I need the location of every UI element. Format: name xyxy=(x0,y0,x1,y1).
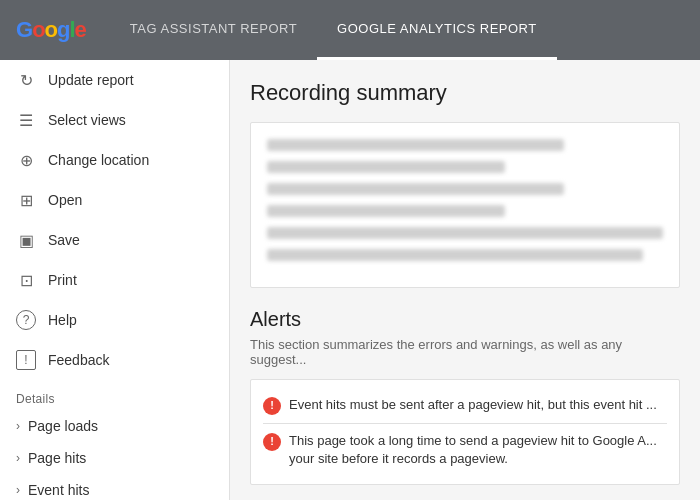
alert-text-1: Event hits must be sent after a pageview… xyxy=(289,396,657,414)
layout: ↻ Update report ☰ Select views ⊕ Change … xyxy=(0,60,700,500)
tab-google-analytics[interactable]: GOOGLE ANALYTICS REPORT xyxy=(317,0,557,60)
update-report-icon: ↻ xyxy=(16,70,36,90)
blurred-line-1 xyxy=(267,139,564,151)
save-icon: ▣ xyxy=(16,230,36,250)
sidebar-item-help[interactable]: ? Help xyxy=(0,300,229,340)
chevron-right-icon: › xyxy=(16,483,20,497)
alerts-description: This section summarizes the errors and w… xyxy=(250,337,680,367)
open-icon: ⊞ xyxy=(16,190,36,210)
sidebar-item-label: Print xyxy=(48,272,77,288)
sidebar-item-open[interactable]: ⊞ Open xyxy=(0,180,229,220)
sidebar-item-label: Change location xyxy=(48,152,149,168)
sidebar-item-print[interactable]: ⊡ Print xyxy=(0,260,229,300)
header-tabs: TAG ASSISTANT REPORT GOOGLE ANALYTICS RE… xyxy=(110,0,557,60)
blurred-line-4 xyxy=(267,205,505,217)
sidebar-item-select-views[interactable]: ☰ Select views xyxy=(0,100,229,140)
sidebar-item-change-location[interactable]: ⊕ Change location xyxy=(0,140,229,180)
chevron-right-icon: › xyxy=(16,451,20,465)
sidebar-item-label: Feedback xyxy=(48,352,109,368)
event-hits-label: Event hits xyxy=(28,482,89,498)
sidebar-item-page-loads[interactable]: › Page loads xyxy=(0,410,229,442)
feedback-icon: ! xyxy=(16,350,36,370)
print-icon: ⊡ xyxy=(16,270,36,290)
main-content: Recording summary Alerts This section su… xyxy=(230,60,700,500)
details-label: Details xyxy=(0,380,229,410)
blurred-line-2 xyxy=(267,161,505,173)
blurred-line-6 xyxy=(267,249,643,261)
alert-item-1: ! Event hits must be sent after a pagevi… xyxy=(263,388,667,423)
sidebar-item-label: Select views xyxy=(48,112,126,128)
alerts-title: Alerts xyxy=(250,308,680,331)
sidebar: ↻ Update report ☰ Select views ⊕ Change … xyxy=(0,60,230,500)
sidebar-item-save[interactable]: ▣ Save xyxy=(0,220,229,260)
recording-summary-title: Recording summary xyxy=(250,80,680,106)
google-logo: Google xyxy=(16,17,86,43)
help-icon: ? xyxy=(16,310,36,330)
blurred-line-3 xyxy=(267,183,564,195)
alert-error-icon-2: ! xyxy=(263,433,281,451)
sidebar-item-update-report[interactable]: ↻ Update report xyxy=(0,60,229,100)
sidebar-item-event-hits[interactable]: › Event hits xyxy=(0,474,229,500)
sidebar-item-feedback[interactable]: ! Feedback xyxy=(0,340,229,380)
page-hits-label: Page hits xyxy=(28,450,86,466)
alert-item-2: ! This page took a long time to send a p… xyxy=(263,424,667,476)
header: Google TAG ASSISTANT REPORT GOOGLE ANALY… xyxy=(0,0,700,60)
tab-tag-assistant[interactable]: TAG ASSISTANT REPORT xyxy=(110,0,317,60)
alert-error-icon-1: ! xyxy=(263,397,281,415)
recording-summary-box xyxy=(250,122,680,288)
page-loads-label: Page loads xyxy=(28,418,98,434)
sidebar-item-label: Save xyxy=(48,232,80,248)
sidebar-item-label: Help xyxy=(48,312,77,328)
sidebar-item-page-hits[interactable]: › Page hits xyxy=(0,442,229,474)
alerts-box: ! Event hits must be sent after a pagevi… xyxy=(250,379,680,485)
blurred-line-5 xyxy=(267,227,663,239)
sidebar-item-label: Open xyxy=(48,192,82,208)
chevron-right-icon: › xyxy=(16,419,20,433)
select-views-icon: ☰ xyxy=(16,110,36,130)
alert-text-2: This page took a long time to send a pag… xyxy=(289,432,667,468)
sidebar-item-label: Update report xyxy=(48,72,134,88)
change-location-icon: ⊕ xyxy=(16,150,36,170)
